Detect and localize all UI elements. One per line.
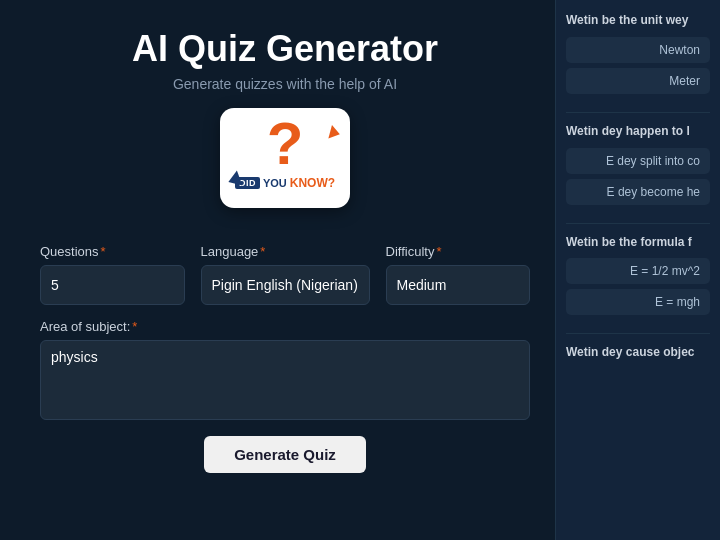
quiz-option-2-2[interactable]: E dey become he: [566, 179, 710, 205]
quiz-block-3: Wetin be the formula f E = 1/2 mv^2 E = …: [566, 234, 710, 316]
divider-3: [566, 333, 710, 334]
logo-area: ? DID YOU KNOW?: [40, 108, 530, 224]
quiz-question-4: Wetin dey cause objec: [566, 344, 710, 361]
sticker-bottom: DID YOU KNOW?: [235, 176, 335, 190]
main-content: AI Quiz Generator Generate quizzes with …: [0, 0, 570, 493]
quiz-option-3-2[interactable]: E = mgh: [566, 289, 710, 315]
difficulty-label: Difficulty*: [386, 244, 531, 259]
quiz-question-3: Wetin be the formula f: [566, 234, 710, 251]
sticker-know-label: KNOW?: [290, 176, 335, 190]
sticker-you-label: YOU: [263, 177, 287, 189]
area-subject-label: Area of subject:*: [40, 319, 530, 334]
quiz-block-2: Wetin dey happen to l E dey split into c…: [566, 123, 710, 205]
sticker-box: ? DID YOU KNOW?: [220, 108, 350, 208]
generate-btn-wrap: Generate Quiz: [40, 436, 530, 473]
difficulty-group: Difficulty* Medium Easy Hard: [386, 244, 531, 305]
questions-select[interactable]: 5 1 2 3 4 6 7 8 9 10: [40, 265, 185, 305]
arrow-right-icon: [328, 125, 341, 141]
quiz-block-1: Wetin be the unit wey Newton Meter: [566, 12, 710, 94]
form-row-top: Questions* 5 1 2 3 4 6 7 8 9 10 Language…: [40, 244, 530, 305]
quiz-option-3-1[interactable]: E = 1/2 mv^2: [566, 258, 710, 284]
difficulty-select[interactable]: Medium Easy Hard: [386, 265, 531, 305]
page-subtitle: Generate quizzes with the help of AI: [40, 76, 530, 92]
generate-quiz-button[interactable]: Generate Quiz: [204, 436, 366, 473]
page-title: AI Quiz Generator: [40, 28, 530, 70]
area-subject-group: Area of subject:* physics: [40, 319, 530, 420]
quiz-question-2: Wetin dey happen to l: [566, 123, 710, 140]
quiz-option-1-1[interactable]: Newton: [566, 37, 710, 63]
quiz-block-4: Wetin dey cause objec: [566, 344, 710, 361]
questions-group: Questions* 5 1 2 3 4 6 7 8 9 10: [40, 244, 185, 305]
language-group: Language* Pigin English (Nigerian) Engli…: [201, 244, 370, 305]
sticker-wrap: ? DID YOU KNOW?: [220, 108, 350, 208]
quiz-question-1: Wetin be the unit wey: [566, 12, 710, 29]
question-mark-icon: ?: [267, 114, 304, 174]
language-select[interactable]: Pigin English (Nigerian) English French …: [201, 265, 370, 305]
questions-label: Questions*: [40, 244, 185, 259]
divider-2: [566, 223, 710, 224]
language-label: Language*: [201, 244, 370, 259]
quiz-option-1-2[interactable]: Meter: [566, 68, 710, 94]
divider-1: [566, 112, 710, 113]
quiz-option-2-1[interactable]: E dey split into co: [566, 148, 710, 174]
right-panel: Wetin be the unit wey Newton Meter Wetin…: [555, 0, 720, 540]
area-subject-input[interactable]: physics: [40, 340, 530, 420]
